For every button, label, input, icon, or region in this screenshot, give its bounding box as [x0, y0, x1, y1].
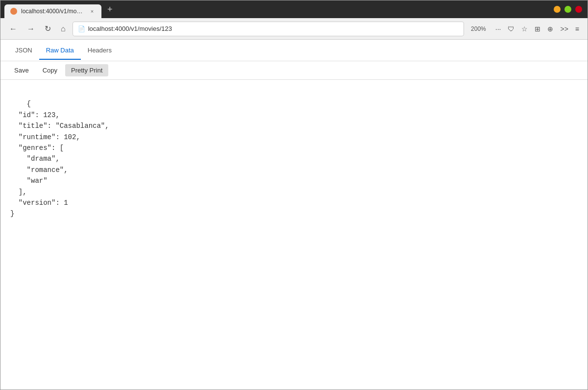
browser-tab[interactable]: localhost:4000/v1/movies/1 × [4, 4, 101, 18]
pretty-print-button[interactable]: Pretty Print [65, 64, 108, 76]
reload-button[interactable]: ↻ [42, 22, 54, 35]
browser-window: localhost:4000/v1/movies/1 × + − □ × ← →… [0, 0, 588, 390]
minimize-button[interactable]: − [554, 6, 561, 13]
sync-button[interactable]: ⊕ [545, 23, 556, 35]
json-content-area: { "id": 123, "title": "Casablanca", "run… [0, 80, 588, 390]
tab-json[interactable]: JSON [8, 42, 39, 60]
nav-bar: ← → ↻ ⌂ 📄 localhost:4000/v1/movies/123 2… [0, 18, 588, 40]
address-bar[interactable]: 📄 localhost:4000/v1/movies/123 [73, 22, 464, 36]
save-button[interactable]: Save [8, 64, 35, 76]
tab-favicon [10, 8, 17, 15]
home-button[interactable]: ⌂ [58, 23, 69, 35]
extensions-button[interactable]: >> [558, 23, 570, 35]
copy-button[interactable]: Copy [37, 64, 63, 76]
more-options-button[interactable]: ··· [493, 23, 504, 35]
zoom-indicator: 200% [468, 25, 489, 32]
tab-headers[interactable]: Headers [81, 42, 119, 60]
nav-extras: ··· 🛡 ☆ ⊞ ⊕ >> ≡ [493, 23, 582, 35]
container-button[interactable]: 🛡 [505, 23, 517, 35]
tab-title: localhost:4000/v1/movies/1 [21, 8, 85, 15]
window-controls: − □ × [552, 6, 584, 13]
maximize-button[interactable]: □ [564, 6, 571, 13]
tab-close-button[interactable]: × [89, 8, 96, 15]
forward-button[interactable]: → [24, 23, 38, 35]
response-tabs: JSON Raw Data Headers [0, 40, 588, 61]
title-bar: localhost:4000/v1/movies/1 × + − □ × [0, 0, 588, 18]
menu-button[interactable]: ≡ [573, 23, 582, 35]
new-tab-button[interactable]: + [103, 5, 117, 14]
json-text: { "id": 123, "title": "Casablanca", "run… [10, 100, 109, 218]
toolbar: Save Copy Pretty Print [0, 61, 588, 80]
page-icon: 📄 [78, 25, 85, 32]
tab-raw-data[interactable]: Raw Data [39, 42, 81, 60]
url-text: localhost:4000/v1/movies/123 [88, 25, 172, 32]
sidebar-button[interactable]: ⊞ [532, 23, 543, 35]
bookmark-button[interactable]: ☆ [519, 23, 530, 35]
back-button[interactable]: ← [6, 23, 20, 35]
close-button[interactable]: × [575, 6, 582, 13]
